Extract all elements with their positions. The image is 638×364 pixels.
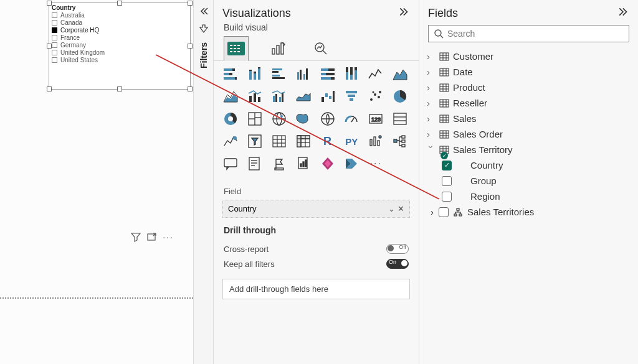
resize-handle[interactable]	[47, 1, 52, 6]
table-customer[interactable]: ›Customer	[424, 49, 633, 64]
slicer-item[interactable]: Corporate HQ	[52, 26, 188, 34]
r-visual-icon[interactable]: R	[318, 132, 337, 151]
checkbox-icon[interactable]	[442, 161, 452, 170]
table-reseller[interactable]: ›Reseller	[424, 95, 633, 111]
table-product[interactable]: ›Product	[424, 80, 633, 95]
field-group[interactable]: Group	[424, 173, 633, 189]
line-stacked-column-icon[interactable]	[245, 87, 264, 106]
slicer-list[interactable]: Australia Canada Corporate HQ France Ger…	[49, 11, 190, 63]
table-sales[interactable]: ›Sales	[424, 111, 633, 126]
scatter-chart-icon[interactable]	[366, 87, 385, 106]
svg-rect-93	[297, 136, 301, 147]
table-sales-order[interactable]: ›Sales Order	[424, 126, 633, 142]
table-date[interactable]: ›Date	[424, 64, 633, 80]
resize-handle[interactable]	[188, 44, 193, 49]
checkbox-icon[interactable]	[52, 50, 57, 55]
cross-report-toggle[interactable]: Off	[386, 244, 409, 254]
hundred-stacked-column-icon[interactable]	[342, 65, 361, 83]
format-visual-tab[interactable]	[266, 36, 291, 61]
pie-chart-icon[interactable]	[391, 87, 409, 106]
stacked-column-chart-icon[interactable]	[245, 65, 264, 83]
checkbox-icon[interactable]	[442, 192, 452, 202]
table-icon	[439, 83, 449, 92]
line-chart-icon[interactable]	[366, 65, 385, 83]
gauge-icon[interactable]	[342, 110, 361, 128]
slicer-item[interactable]: France	[52, 34, 188, 41]
slicer-item[interactable]: Germany	[52, 41, 188, 49]
power-apps-icon[interactable]	[318, 154, 337, 173]
collapse-pane-icon[interactable]	[618, 6, 629, 20]
donut-chart-icon[interactable]	[221, 110, 240, 128]
table-sales-territory[interactable]: ›Sales Territory ✓	[424, 142, 633, 157]
drill-through-dropzone[interactable]: Add drill-through fields here	[222, 279, 410, 299]
funnel-chart-icon[interactable]	[342, 87, 361, 106]
expand-pane-icon[interactable]	[199, 6, 209, 19]
matrix-icon[interactable]	[294, 132, 313, 151]
resize-handle[interactable]	[47, 86, 52, 91]
slicer-item[interactable]: Australia	[52, 11, 188, 19]
hundred-stacked-bar-icon[interactable]	[318, 65, 337, 83]
card-icon[interactable]: 123	[366, 110, 385, 128]
checkbox-icon[interactable]	[439, 207, 449, 217]
checkbox-icon[interactable]	[442, 176, 452, 186]
slicer-item[interactable]: United States	[52, 56, 188, 63]
smart-narrative-icon[interactable]	[245, 154, 264, 173]
field-region[interactable]: Region	[424, 189, 633, 204]
kpi-icon[interactable]	[221, 132, 240, 151]
remove-field-icon[interactable]: ✕	[398, 204, 404, 213]
qa-visual-icon[interactable]	[221, 154, 240, 173]
slicer-item[interactable]: Canada	[52, 19, 188, 26]
clustered-column-chart-icon[interactable]	[294, 65, 313, 83]
checkbox-icon[interactable]	[52, 12, 57, 18]
search-field[interactable]	[447, 29, 624, 39]
filters-pane-collapsed[interactable]: Filters	[193, 0, 213, 364]
report-canvas[interactable]: Country Australia Canada Corporate HQ Fr…	[0, 0, 193, 364]
resize-handle[interactable]	[47, 44, 52, 49]
checkbox-icon[interactable]	[52, 42, 57, 48]
build-visual-tab[interactable]	[224, 36, 249, 61]
checkbox-icon[interactable]	[52, 20, 57, 26]
stacked-bar-chart-icon[interactable]	[221, 65, 240, 83]
keep-filters-toggle[interactable]: On	[386, 259, 409, 269]
checkbox-icon[interactable]	[52, 57, 57, 63]
map-icon[interactable]	[270, 110, 288, 128]
field-well[interactable]: Country ⌄ ✕	[222, 200, 410, 218]
slicer-item[interactable]: United Kingdom	[52, 49, 188, 56]
filter-icon[interactable]	[131, 232, 141, 242]
treemap-icon[interactable]	[245, 110, 264, 128]
slicer-visual[interactable]: Country Australia Canada Corporate HQ Fr…	[49, 2, 191, 90]
resize-handle[interactable]	[188, 1, 193, 6]
waterfall-chart-icon[interactable]	[318, 87, 337, 106]
resize-handle[interactable]	[117, 86, 122, 91]
ribbon-chart-icon[interactable]	[294, 87, 313, 106]
stacked-area-chart-icon[interactable]	[221, 87, 240, 106]
field-sales-territories[interactable]: ›Sales Territories	[424, 204, 633, 220]
power-automate-icon[interactable]	[342, 154, 361, 173]
resize-handle[interactable]	[117, 1, 122, 6]
checkbox-icon[interactable]	[52, 35, 57, 40]
paginated-report-icon[interactable]	[294, 154, 313, 173]
analytics-tab[interactable]	[308, 36, 333, 61]
resize-handle[interactable]	[188, 86, 193, 91]
table-icon[interactable]	[270, 132, 288, 151]
azure-map-icon[interactable]	[318, 110, 337, 128]
field-country[interactable]: Country	[424, 157, 633, 173]
slicer-icon[interactable]	[245, 132, 264, 151]
collapse-pane-icon[interactable]	[399, 6, 410, 20]
decomposition-tree-icon[interactable]	[391, 132, 409, 151]
filled-map-icon[interactable]	[294, 110, 313, 128]
more-options-icon[interactable]: ···	[163, 232, 173, 242]
page-boundary	[0, 297, 193, 299]
multi-row-card-icon[interactable]	[391, 110, 409, 128]
line-clustered-column-icon[interactable]	[270, 87, 288, 106]
python-visual-icon[interactable]: PY	[342, 132, 361, 151]
search-input[interactable]	[428, 25, 629, 42]
chevron-down-icon[interactable]: ⌄	[388, 204, 395, 213]
area-chart-icon[interactable]	[391, 65, 409, 83]
checkbox-icon[interactable]	[52, 27, 57, 33]
goals-icon[interactable]	[270, 154, 288, 173]
key-influencers-icon[interactable]	[366, 132, 385, 151]
focus-mode-icon[interactable]	[147, 232, 157, 242]
clustered-bar-chart-icon[interactable]	[270, 65, 288, 83]
get-more-visuals-icon[interactable]: ···	[366, 154, 385, 173]
